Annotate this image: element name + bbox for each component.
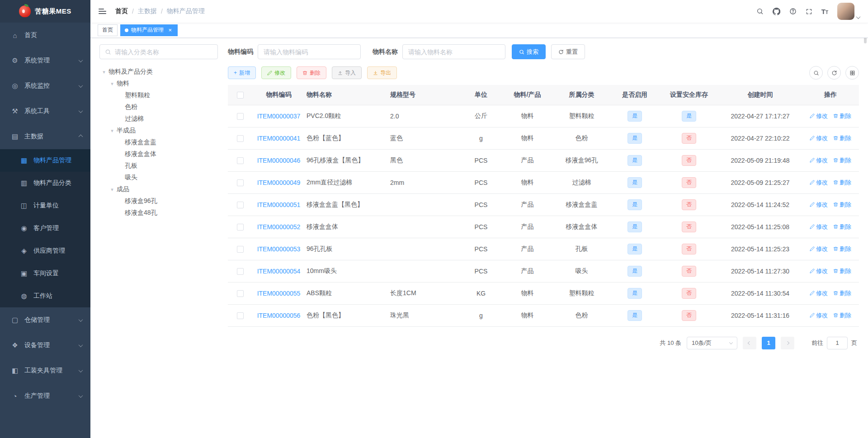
import-button[interactable]: 导入 (332, 66, 362, 79)
page-size-select[interactable]: 10条/页 (687, 337, 737, 349)
material-code-link[interactable]: ITEM00000051 (257, 201, 301, 208)
delete-link[interactable]: 删除 (833, 112, 851, 120)
tree-node[interactable]: 塑料颗粒 (99, 89, 218, 101)
github-icon[interactable] (773, 8, 780, 15)
edit-link[interactable]: 修改 (810, 112, 828, 120)
caret-down-icon[interactable]: ▾ (99, 69, 108, 75)
material-name-input[interactable] (402, 44, 505, 59)
delete-link[interactable]: 删除 (833, 245, 851, 253)
delete-link[interactable]: 删除 (833, 156, 851, 165)
material-code-link[interactable]: ITEM00000053 (257, 245, 301, 253)
sidebar-item-production-management[interactable]: ◔生产管理 (0, 383, 90, 409)
tree-node[interactable]: 过滤棉 (99, 113, 218, 125)
tree-node[interactable]: 孔板 (99, 160, 218, 172)
tree-node[interactable]: 吸头 (99, 172, 218, 184)
row-checkbox[interactable] (237, 268, 244, 275)
edit-link[interactable]: 修改 (810, 289, 828, 297)
tab-material-product-management[interactable]: 物料产品管理× (120, 24, 178, 36)
help-icon[interactable] (789, 8, 797, 15)
edit-link[interactable]: 修改 (810, 223, 828, 231)
sidebar-subitem-workstation[interactable]: ◍工作站 (0, 285, 90, 307)
sidebar-subitem-supplier-management[interactable]: ◈供应商管理 (0, 240, 90, 262)
export-button[interactable]: 导出 (367, 66, 397, 79)
edit-link[interactable]: 修改 (810, 134, 828, 142)
hamburger-icon[interactable] (98, 7, 107, 16)
prev-page-button[interactable] (743, 337, 756, 349)
next-page-button[interactable] (781, 337, 794, 349)
tree-node[interactable]: ▾成品 (99, 184, 218, 195)
sidebar-subitem-material-product-management[interactable]: ▦物料产品管理 (0, 149, 90, 172)
row-checkbox[interactable] (237, 312, 244, 319)
app-logo[interactable]: 苦糖果MES (0, 0, 90, 23)
select-all-checkbox[interactable] (237, 92, 244, 99)
edit-link[interactable]: 修改 (810, 267, 828, 275)
tree-node[interactable]: 移液盒盒盖 (99, 137, 218, 148)
sidebar-item-system-monitor[interactable]: ◎系统监控 (0, 73, 90, 99)
sidebar-item-system-tools[interactable]: ⚒系统工具 (0, 99, 90, 124)
edit-button[interactable]: 修改 (261, 66, 291, 79)
material-code-input[interactable] (258, 44, 361, 59)
edit-link[interactable]: 修改 (810, 245, 828, 253)
material-code-link[interactable]: ITEM00000041 (257, 135, 301, 142)
sidebar-subitem-workshop-settings[interactable]: ▣车间设置 (0, 262, 90, 285)
breadcrumb-item-home[interactable]: 首页 (115, 7, 128, 15)
user-menu[interactable] (837, 3, 860, 20)
delete-link[interactable]: 删除 (833, 201, 851, 209)
sidebar-subitem-customer-management[interactable]: ◉客户管理 (0, 217, 90, 240)
row-checkbox[interactable] (237, 224, 244, 231)
tree-node[interactable]: 色粉 (99, 101, 218, 113)
sidebar-subitem-measure-unit[interactable]: ◫计量单位 (0, 194, 90, 217)
tree-node[interactable]: ▾半成品 (99, 125, 218, 137)
material-code-link[interactable]: ITEM00000052 (257, 223, 301, 231)
fullscreen-icon[interactable] (806, 8, 812, 15)
sidebar-subitem-material-product-category[interactable]: ▥物料产品分类 (0, 172, 90, 194)
goto-page-input[interactable] (827, 337, 848, 349)
delete-link[interactable]: 删除 (833, 311, 851, 320)
sidebar-item-master-data[interactable]: ▤主数据 (0, 124, 90, 149)
sidebar-item-system-management[interactable]: ⚙系统管理 (0, 48, 90, 73)
reset-button[interactable]: 重置 (551, 44, 585, 59)
row-checkbox[interactable] (237, 290, 244, 297)
delete-button[interactable]: 删除 (297, 66, 326, 79)
material-code-link[interactable]: ITEM00000037 (257, 113, 301, 120)
material-code-link[interactable]: ITEM00000056 (257, 312, 301, 319)
edit-link[interactable]: 修改 (810, 156, 828, 165)
row-checkbox[interactable] (237, 157, 244, 164)
sidebar-item-fixture-management[interactable]: ◧工装夹具管理 (0, 358, 90, 383)
row-checkbox[interactable] (237, 135, 244, 142)
search-button[interactable]: 搜索 (512, 44, 546, 59)
tree-node[interactable]: 移液盒48孔 (99, 207, 218, 219)
caret-down-icon[interactable]: ▾ (108, 81, 117, 87)
row-checkbox[interactable] (237, 202, 244, 208)
tab-home[interactable]: 首页 (98, 24, 118, 36)
delete-link[interactable]: 删除 (833, 223, 851, 231)
row-checkbox[interactable] (237, 179, 244, 186)
delete-link[interactable]: 删除 (833, 134, 851, 142)
delete-link[interactable]: 删除 (833, 289, 851, 297)
tree-node[interactable]: 移液盒盒体 (99, 148, 218, 160)
tree-node[interactable]: 移液盒96孔 (99, 195, 218, 207)
row-checkbox[interactable] (237, 246, 244, 253)
material-code-link[interactable]: ITEM00000055 (257, 290, 301, 297)
add-button[interactable]: + 新增 (228, 66, 256, 79)
edit-link[interactable]: 修改 (810, 311, 828, 320)
columns-button[interactable] (845, 66, 859, 80)
close-icon[interactable]: × (167, 27, 173, 33)
toggle-search-button[interactable] (809, 66, 823, 80)
delete-link[interactable]: 删除 (833, 179, 851, 187)
sidebar-item-equipment-management[interactable]: ❖设备管理 (0, 333, 90, 358)
sidebar-item-warehouse-management[interactable]: ▢仓储管理 (0, 307, 90, 333)
tree-node[interactable]: ▾物料 (99, 78, 218, 89)
material-code-link[interactable]: ITEM00000049 (257, 179, 301, 186)
delete-link[interactable]: 删除 (833, 267, 851, 275)
caret-down-icon[interactable]: ▾ (108, 187, 117, 193)
row-checkbox[interactable] (237, 113, 244, 120)
tree-node[interactable]: ▾物料及产品分类 (99, 66, 218, 78)
material-code-link[interactable]: ITEM00000046 (257, 157, 301, 164)
sidebar-item-home[interactable]: ⌂首页 (0, 23, 90, 48)
category-search-input[interactable] (115, 48, 212, 56)
avatar[interactable] (837, 3, 854, 20)
caret-down-icon[interactable]: ▾ (108, 128, 117, 134)
material-code-link[interactable]: ITEM00000054 (257, 268, 301, 275)
search-icon[interactable] (756, 8, 764, 15)
